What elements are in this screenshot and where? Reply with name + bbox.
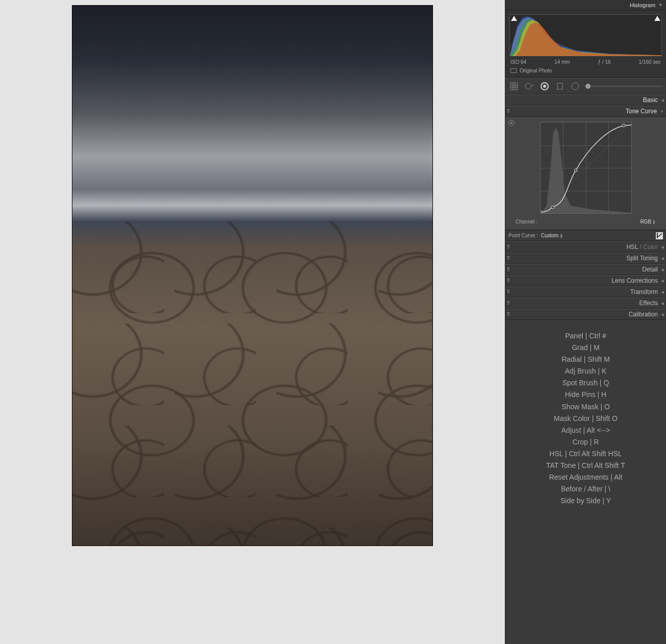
panel-switch-icon[interactable] bbox=[506, 300, 510, 306]
svg-rect-0 bbox=[510, 83, 518, 90]
chevron-left-icon: ◀ bbox=[661, 98, 663, 103]
channel-row: Channel : RGB ▲▼ bbox=[510, 219, 661, 225]
aperture-value: ƒ / 16 bbox=[598, 59, 611, 65]
tat-icon[interactable] bbox=[508, 120, 515, 126]
panel-switch-icon[interactable] bbox=[506, 278, 510, 284]
panel-switch-icon[interactable] bbox=[506, 266, 510, 273]
channel-label: Channel : bbox=[516, 219, 537, 225]
svg-point-9 bbox=[572, 83, 579, 90]
panel-lens[interactable]: Lens Corrections ◀ bbox=[505, 275, 666, 286]
shortcut-line: Before / After | \ bbox=[510, 483, 661, 495]
radial-tool[interactable] bbox=[570, 81, 581, 92]
svg-point-12 bbox=[551, 206, 554, 209]
slider-knob[interactable] bbox=[585, 84, 591, 89]
shortcut-line: Mask Color | Shift O bbox=[510, 413, 661, 425]
panel-calibration-label: Calibration bbox=[629, 311, 658, 318]
point-curve-select[interactable]: Custom ▲▼ bbox=[541, 233, 563, 238]
panel-transform-label: Transform bbox=[630, 288, 658, 295]
tool-strip bbox=[505, 78, 666, 94]
panel-tone-curve-label: Tone Curve bbox=[626, 108, 657, 115]
panel-lens-label: Lens Corrections bbox=[611, 277, 658, 284]
shortcut-line: Reset Adjustments | Alt bbox=[510, 472, 661, 483]
updown-icon: ▲▼ bbox=[559, 233, 563, 238]
svg-point-5 bbox=[525, 83, 531, 89]
panel-effects-label: Effects bbox=[639, 300, 658, 307]
point-curve-row: Point Curve : Custom ▲▼ bbox=[505, 230, 666, 241]
panel-detail[interactable]: Detail ◀ bbox=[505, 264, 666, 275]
shortcut-line: Panel | Ctrl # bbox=[510, 330, 661, 342]
original-photo-icon bbox=[510, 68, 517, 73]
panel-transform[interactable]: Transform ◀ bbox=[505, 286, 666, 298]
panel-switch-icon[interactable] bbox=[506, 255, 510, 261]
panel-basic[interactable]: Basic ◀ bbox=[505, 94, 666, 106]
panel-calibration[interactable]: Calibration ◀ bbox=[505, 309, 666, 320]
collapse-icon: ▼ bbox=[658, 3, 663, 8]
iso-value: ISO 64 bbox=[510, 59, 526, 65]
panel-hsl-label: HSL / Color bbox=[626, 243, 658, 251]
shortcut-line: TAT Tone | Ctrl Alt Shift T bbox=[510, 460, 661, 472]
svg-rect-8 bbox=[557, 83, 562, 89]
panel-tone-curve[interactable]: Tone Curve ▼ bbox=[505, 106, 666, 117]
curve-box[interactable] bbox=[540, 122, 632, 214]
original-photo-label: Original Photo bbox=[520, 68, 552, 73]
shortcut-line: Show Mask | O bbox=[510, 401, 661, 413]
shortcut-line: Spot Brush | Q bbox=[510, 377, 661, 389]
panel-hsl[interactable]: HSL / Color ◀ bbox=[505, 241, 666, 253]
chevron-left-icon: ◀ bbox=[661, 256, 663, 261]
shortcut-line: Crop | R bbox=[510, 436, 661, 448]
panel-split-toning[interactable]: Split Toning ◀ bbox=[505, 253, 666, 264]
tool-slider[interactable] bbox=[588, 86, 663, 87]
shortcut-line: Adj Brush | K bbox=[510, 365, 661, 377]
panel-basic-label: Basic bbox=[643, 96, 658, 104]
right-panel: Histogram ▼ ISO 64 14 mm ƒ / 16 1/160 se… bbox=[505, 0, 666, 644]
shortcut-line: Hide Pins | H bbox=[510, 389, 661, 401]
spot-tool[interactable] bbox=[524, 81, 535, 92]
redeye-tool[interactable] bbox=[539, 81, 550, 92]
chevron-down-icon: ▼ bbox=[660, 109, 663, 114]
histogram-title: Histogram bbox=[630, 2, 655, 8]
curve-graph bbox=[541, 122, 631, 213]
tone-curve-body: Channel : RGB ▲▼ bbox=[505, 117, 666, 230]
original-photo-row[interactable]: Original Photo bbox=[507, 66, 664, 76]
histogram[interactable] bbox=[509, 14, 662, 56]
shortcuts-list: Panel | Ctrl # Grad | M Radial | Shift M… bbox=[505, 320, 666, 517]
svg-point-13 bbox=[574, 169, 577, 172]
chevron-left-icon: ◀ bbox=[661, 301, 663, 306]
crop-tool[interactable] bbox=[508, 81, 520, 92]
curve-edit-toggle[interactable] bbox=[656, 232, 663, 239]
chevron-left-icon: ◀ bbox=[661, 245, 663, 250]
shortcut-line: Radial | Shift M bbox=[510, 354, 661, 365]
panel-switch-icon[interactable] bbox=[506, 289, 510, 295]
panel-split-toning-label: Split Toning bbox=[626, 255, 658, 262]
svg-point-7 bbox=[543, 85, 546, 88]
channel-select[interactable]: RGB ▲▼ bbox=[640, 219, 656, 225]
preview-image[interactable] bbox=[72, 5, 433, 546]
channel-value: RGB bbox=[640, 219, 651, 225]
point-curve-label: Point Curve : bbox=[508, 233, 538, 238]
shortcut-line: Side by Side | Y bbox=[510, 495, 661, 507]
shortcut-line: HSL | Ctrl Alt Shift HSL bbox=[510, 448, 661, 460]
shortcut-line: Grad | M bbox=[510, 342, 661, 354]
chevron-left-icon: ◀ bbox=[661, 312, 663, 317]
svg-point-11 bbox=[541, 211, 542, 213]
grad-tool[interactable] bbox=[554, 81, 566, 92]
svg-point-14 bbox=[622, 124, 625, 127]
shutter-value: 1/160 sec bbox=[639, 59, 661, 65]
panel-detail-label: Detail bbox=[642, 266, 658, 273]
panel-switch-icon[interactable] bbox=[506, 108, 510, 114]
panel-effects[interactable]: Effects ◀ bbox=[505, 298, 666, 309]
panel-switch-icon[interactable] bbox=[506, 311, 510, 317]
chevron-left-icon: ◀ bbox=[661, 279, 663, 283]
histogram-header[interactable]: Histogram ▼ bbox=[505, 0, 666, 10]
exposure-metadata: ISO 64 14 mm ƒ / 16 1/160 sec bbox=[507, 58, 664, 66]
histogram-graph bbox=[510, 15, 661, 56]
preview-area bbox=[0, 0, 505, 644]
histogram-box: ISO 64 14 mm ƒ / 16 1/160 sec Original P… bbox=[505, 10, 666, 78]
focal-value: 14 mm bbox=[554, 59, 570, 65]
shortcut-line: Adjust | Alt <--> bbox=[510, 425, 661, 436]
chevron-left-icon: ◀ bbox=[661, 267, 663, 272]
updown-icon: ▲▼ bbox=[652, 219, 656, 225]
chevron-left-icon: ◀ bbox=[661, 290, 663, 294]
panel-switch-icon[interactable] bbox=[506, 244, 510, 250]
point-curve-value: Custom bbox=[541, 233, 558, 238]
